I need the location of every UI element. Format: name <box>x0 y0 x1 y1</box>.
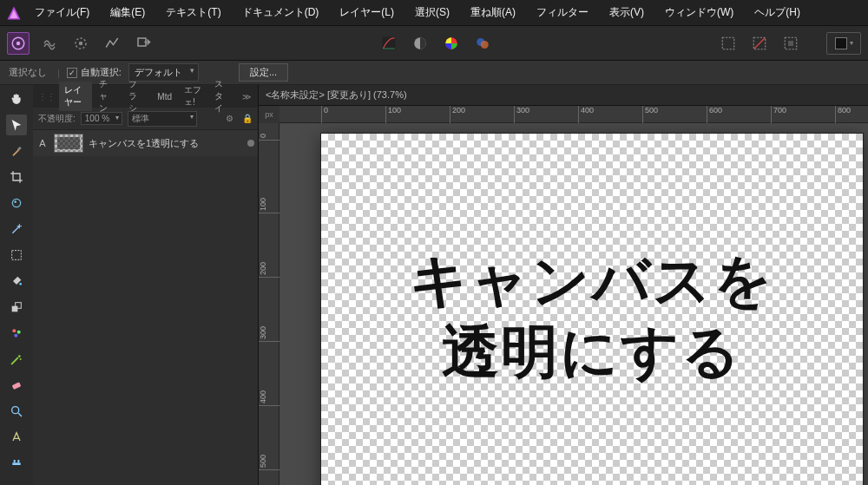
svg-point-26 <box>14 334 17 338</box>
app-logo-icon <box>5 4 23 22</box>
flood-tool-icon[interactable] <box>6 271 27 292</box>
menu-help[interactable]: ヘルプ(H) <box>746 2 809 23</box>
panel-tab-layers[interactable]: レイヤー <box>59 82 92 111</box>
menu-select[interactable]: 選択(S) <box>406 2 458 23</box>
persona-tonemap-icon[interactable] <box>101 32 123 55</box>
menu-text[interactable]: テキスト(T) <box>157 2 229 23</box>
gear-icon[interactable]: ⚙ <box>226 114 233 123</box>
select-all-icon[interactable] <box>717 32 740 55</box>
clone-tool-icon[interactable] <box>6 297 27 318</box>
canvas-viewport[interactable]: キャンバスを 透明にする <box>279 123 868 485</box>
persona-photo-icon[interactable] <box>7 32 30 55</box>
paint-mix-icon[interactable] <box>471 32 494 55</box>
canvas-text-line1: キャンバスを <box>410 248 774 312</box>
move-tool-icon[interactable] <box>6 115 27 135</box>
crop-tool-icon[interactable] <box>6 167 27 187</box>
svg-rect-29 <box>12 382 22 390</box>
swatch-picker[interactable]: ▾ <box>826 32 861 55</box>
ruler-tick: 0 <box>321 106 328 123</box>
main-area: ⋮⋮ レイヤー チャン ブラシ Mtd エフェ! スタイ ≫ 不透明度: 100… <box>0 85 868 485</box>
rgb-curve-icon[interactable] <box>378 32 400 55</box>
svg-rect-16 <box>788 41 793 46</box>
svg-rect-12 <box>722 37 734 49</box>
text-tool-icon[interactable] <box>6 427 27 448</box>
canvas-zone: <名称未設定> [変更あり] (73.7%) px 0 100 200 300 … <box>259 85 868 485</box>
menu-file[interactable]: ファイル(F) <box>26 2 98 23</box>
menu-view[interactable]: 表示(V) <box>601 2 653 23</box>
panel-tab-strip: ⋮⋮ レイヤー チャン ブラシ Mtd エフェ! スタイ ≫ <box>33 85 258 108</box>
dodge-tool-icon[interactable] <box>6 323 27 344</box>
vertical-ruler: 0 100 200 300 400 500 <box>259 123 279 485</box>
color-picker-tool-icon[interactable] <box>6 141 27 161</box>
svg-rect-20 <box>12 251 22 260</box>
svg-point-19 <box>14 200 16 203</box>
svg-rect-33 <box>14 460 16 462</box>
panel-tab-effects[interactable]: エフェ! <box>179 82 207 111</box>
eraser-tool-icon[interactable] <box>6 375 27 396</box>
svg-point-25 <box>17 331 21 334</box>
persona-toolbar: ▾ <box>0 26 868 61</box>
canvas-page[interactable]: キャンバスを 透明にする <box>321 134 863 485</box>
menu-document[interactable]: ドキュメント(D) <box>233 2 328 23</box>
svg-point-24 <box>12 329 16 332</box>
lock-icon[interactable]: 🔒 <box>242 114 253 123</box>
svg-rect-32 <box>12 462 20 465</box>
color-wheel-icon[interactable] <box>440 32 463 55</box>
layer-row[interactable]: A キャンバスを1透明にする <box>33 130 258 156</box>
ruler-unit-label: px <box>259 106 279 123</box>
svg-point-3 <box>16 41 21 45</box>
persona-export-icon[interactable] <box>132 32 155 55</box>
panel-overflow-icon[interactable]: ≫ <box>239 90 254 103</box>
settings-button[interactable]: 設定... <box>239 63 288 82</box>
persona-liquify-icon[interactable] <box>38 32 61 55</box>
zoom-tool-icon[interactable] <box>6 401 27 422</box>
select-invert-icon[interactable] <box>748 32 771 55</box>
ruler-tick: 800 <box>835 106 851 123</box>
split-view-icon[interactable] <box>409 32 431 55</box>
menu-filter[interactable]: フィルター <box>528 2 597 23</box>
hand-tool-icon[interactable] <box>6 88 27 109</box>
svg-point-30 <box>12 407 19 414</box>
opacity-dropdown[interactable]: 100 % <box>81 112 122 125</box>
menu-arrange[interactable]: 重ね順(A) <box>462 2 524 23</box>
ruler-tick: 300 <box>259 326 279 342</box>
select-none-icon[interactable] <box>779 32 802 55</box>
svg-point-18 <box>12 199 20 206</box>
svg-point-28 <box>20 358 22 360</box>
document-tab-title: <名称未設定> [変更あり] (73.7%) <box>266 88 407 102</box>
ruler-tick: 300 <box>514 106 529 123</box>
svg-line-31 <box>18 413 22 416</box>
svg-point-5 <box>79 41 83 45</box>
marquee-tool-icon[interactable] <box>6 245 27 265</box>
panel-tab-mtd[interactable]: Mtd <box>152 89 177 104</box>
menu-window[interactable]: ウィンドウ(W) <box>656 2 742 23</box>
ruler-tick: 100 <box>259 198 279 213</box>
checkbox-icon: ✓ <box>67 68 77 78</box>
ruler-tick: 600 <box>707 106 722 123</box>
wand-tool-icon[interactable] <box>6 219 27 239</box>
scatter-tool-icon[interactable] <box>6 349 27 370</box>
blend-mode-dropdown[interactable]: 標準 <box>128 111 197 127</box>
auto-select-dropdown[interactable]: デフォルト <box>128 63 199 82</box>
layer-name: キャンバスを1透明にする <box>89 137 242 150</box>
layer-visibility-icon[interactable] <box>247 140 254 147</box>
artistic-text-object[interactable]: キャンバスを 透明にする <box>410 245 774 388</box>
selection-state-label: 選択なし <box>5 66 50 79</box>
context-toolbar: 選択なし | ✓ 自動選択: デフォルト 設定... <box>0 61 868 85</box>
menu-edit[interactable]: 編集(E) <box>102 2 154 23</box>
document-tab[interactable]: <名称未設定> [変更あり] (73.7%) <box>259 85 868 106</box>
heal-tool-icon[interactable] <box>6 193 27 213</box>
canvas-text-line2: 透明にする <box>442 319 742 383</box>
svg-rect-22 <box>12 306 18 312</box>
studio-panels: ⋮⋮ レイヤー チャン ブラシ Mtd エフェ! スタイ ≫ 不透明度: 100… <box>33 85 259 485</box>
ruler-tick: 100 <box>385 106 401 123</box>
mesh-tool-icon[interactable] <box>6 453 27 474</box>
persona-develop-icon[interactable] <box>69 32 92 55</box>
menu-layer[interactable]: レイヤー(L) <box>331 2 403 23</box>
ruler-tick: 200 <box>450 106 465 123</box>
layer-type-glyph: A <box>36 138 49 148</box>
svg-point-21 <box>19 283 22 285</box>
layer-thumbnail <box>54 134 83 153</box>
ruler-wrap: px 0 100 200 300 400 500 600 700 800 0 1… <box>259 106 868 485</box>
panel-grip-icon[interactable]: ⋮⋮ <box>36 92 57 102</box>
